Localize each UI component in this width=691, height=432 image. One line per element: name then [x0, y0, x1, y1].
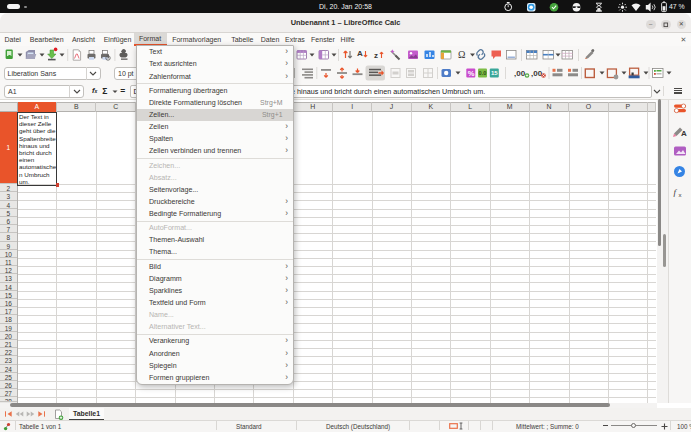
- svg-text:0.0: 0.0: [479, 70, 487, 76]
- svg-text:f: f: [674, 187, 678, 197]
- svg-text:,00: ,00: [531, 69, 543, 78]
- svg-text:,00: ,00: [514, 69, 526, 78]
- svg-text:Ω: Ω: [458, 49, 465, 60]
- svg-text:A: A: [357, 49, 363, 58]
- svg-text:x: x: [679, 192, 682, 198]
- svg-text:z: z: [374, 51, 378, 60]
- svg-text:15: 15: [491, 70, 498, 76]
- svg-text:A: A: [681, 129, 687, 138]
- svg-text:%: %: [468, 69, 475, 78]
